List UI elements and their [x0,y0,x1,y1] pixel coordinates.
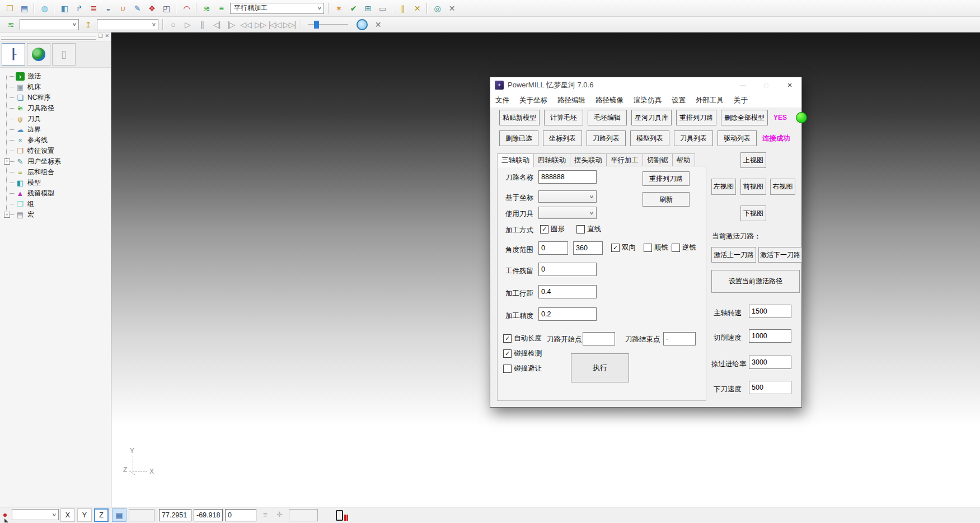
delete-all-models-button[interactable]: 删除全部模型 [721,110,768,125]
tree-item-toolpaths[interactable]: ≋刀具路径 [3,103,111,114]
activate-previous-toolpath-button[interactable]: 激活上一刀路 [711,247,756,263]
tree-item-patterns[interactable]: ×参考线 [3,135,111,146]
tab-world[interactable] [27,43,50,66]
tree-item-workplanes[interactable]: +✎用户坐标系 [3,156,111,167]
menu-settings[interactable]: 设置 [667,96,691,105]
tool-holder-icon[interactable]: ◠ [179,2,194,15]
status-combo[interactable]: ∨ [12,509,59,520]
minimize-button[interactable]: — [731,77,754,93]
start-point-input[interactable] [583,332,615,345]
stepover-input[interactable] [538,285,597,298]
tree-item-macros[interactable]: +▤宏 [3,209,111,220]
drive-list-button[interactable]: 驱动列表 [718,130,757,146]
tool-ball-icon[interactable]: ◒ [101,2,115,15]
status-empty-field[interactable] [129,509,154,521]
cutting-speed-input[interactable] [749,329,791,343]
bottom-view-button[interactable]: 下视图 [740,206,766,221]
tab-saw[interactable]: 切割锯 [643,153,673,167]
nc-program-icon[interactable]: ≣ [86,2,101,15]
toolpath-name-input[interactable] [538,170,597,184]
database-icon[interactable]: ◎ [430,2,444,15]
menu-file[interactable]: 文件 [490,96,514,105]
speed-dial-icon[interactable] [357,19,368,30]
tab-parallel[interactable]: 平行加工 [607,153,643,167]
step-forward-icon[interactable]: |▷ [224,18,238,31]
block-edit-button[interactable]: 毛坯编辑 [588,110,627,125]
panel-close-icon[interactable]: ✕ [105,33,109,39]
step-back-icon[interactable]: ◁| [209,18,224,31]
right-view-button[interactable]: 右视图 [770,179,795,195]
tree-item-boundaries[interactable]: ☁边界 [3,124,111,135]
stock-model-icon[interactable]: ◰ [159,2,174,15]
tab-four-axis[interactable]: 四轴联动 [534,153,570,167]
expand-plus-icon[interactable]: + [4,158,10,165]
refresh-button[interactable]: 刷新 [643,192,690,207]
multi-axis-icon[interactable]: ✕ [410,2,424,15]
toolbar-close-icon[interactable]: ✕ [371,18,385,31]
boundary-icon[interactable]: ∪ [115,2,130,15]
top-view-button[interactable]: 上视图 [740,152,766,168]
menu-path-edit[interactable]: 路径编辑 [552,96,590,105]
tree-item-nc-programs[interactable]: ❏NC程序 [3,92,111,103]
maximize-button[interactable]: □ [754,77,778,93]
go-to-end-icon[interactable]: ▷▷| [282,18,297,31]
paste-new-model-button[interactable]: 粘贴新模型 [499,110,540,125]
open-project-icon[interactable]: ❐ [2,2,17,15]
calculator-icon[interactable]: ⊞ [360,2,375,15]
machining-strategy-combo[interactable]: 平行精加工∨ [230,3,324,14]
tree-item-tools[interactable]: ψ刀具 [3,114,111,124]
save-project-icon[interactable]: ▤ [17,2,31,15]
toolpath-list-button[interactable]: 刀路列表 [587,130,626,146]
tool-select-combo[interactable]: ∨ [97,19,158,30]
status-empty-field-2[interactable] [289,509,318,521]
auto-length-checkbox[interactable]: ✓自动长度 [503,334,542,343]
plot-pot-icon[interactable]: ◍ [37,2,51,15]
window-titlebar[interactable]: ✦ PowerMILL 忆梦星河 7.0.6 — □ ✕ [490,77,801,93]
set-active-path-button[interactable]: 设置当前激活路径 [711,270,800,293]
delete-selected-button[interactable]: 删除已选 [499,130,538,146]
tool-check-icon[interactable]: ✔ [346,2,360,15]
stock-allowance-input[interactable] [538,263,597,276]
x-axis-button[interactable]: X [60,508,75,522]
toolpath-spiral-icon[interactable]: ≋ [3,18,18,31]
tab-tilt-head[interactable]: 摆头联动 [570,153,607,167]
angle-from-input[interactable] [538,241,568,255]
simulation-speed-slider[interactable] [308,20,348,30]
tree-item-feature-sets[interactable]: ❒特征设置 [3,146,111,156]
menu-about-coordinates[interactable]: 关于坐标 [514,96,552,105]
end-point-input[interactable] [663,332,696,345]
panel-float-icon[interactable]: ❏ [98,33,102,39]
left-view-button[interactable]: 左视图 [711,179,736,195]
raster-toolpath-icon[interactable]: ↱ [72,2,86,15]
panel-dock-strip[interactable]: ❏ ✕ [0,32,111,41]
plunge-speed-input[interactable] [749,381,791,394]
ruler-icon[interactable]: ▭ [375,2,390,15]
skim-feed-input[interactable] [749,356,791,369]
menu-external-tools[interactable]: 外部工具 [691,96,729,105]
toolpath-list-icon[interactable]: ≡ [214,2,228,15]
coordinate-x-field[interactable]: 77.2951 [159,509,191,521]
y-axis-button[interactable]: Y [77,508,92,522]
fast-forward-icon[interactable]: ▷▷ [253,18,268,31]
rewind-icon[interactable]: ◁◁ [238,18,253,31]
toolpath-spiral-icon[interactable]: ≋ [199,2,214,15]
circle-checkbox[interactable]: ✓圆形 [540,225,565,234]
model-list-button[interactable]: 模型列表 [630,130,669,146]
menu-render-simulation[interactable]: 渲染仿真 [629,96,667,105]
block-icon[interactable]: ◧ [57,2,72,15]
resort-toolpaths-button[interactable]: 重排列刀路 [676,110,716,125]
conventional-checkbox[interactable]: 逆铣 [672,243,696,253]
tab-help[interactable]: 帮助 [673,153,695,167]
menu-path-mirror[interactable]: 路径镜像 [590,96,629,105]
tree-item-machine-tool[interactable]: ▣机床 [3,82,111,92]
tree-item-groups[interactable]: ❒组 [3,199,111,209]
based-coordinate-combo[interactable]: ∨ [538,190,597,203]
tree-item-models[interactable]: ◧模型 [3,178,111,188]
tool-star-icon[interactable]: ✶ [331,2,346,15]
collision-check-checkbox[interactable]: ✓碰撞检测 [503,349,542,358]
go-to-start-icon[interactable]: |◁◁ [268,18,282,31]
pause-icon[interactable]: || [195,18,209,31]
climb-checkbox[interactable]: 顺铣 [644,243,668,253]
tree-item-activate[interactable]: ›激活 [3,71,111,82]
front-view-button[interactable]: 前视图 [740,179,766,195]
